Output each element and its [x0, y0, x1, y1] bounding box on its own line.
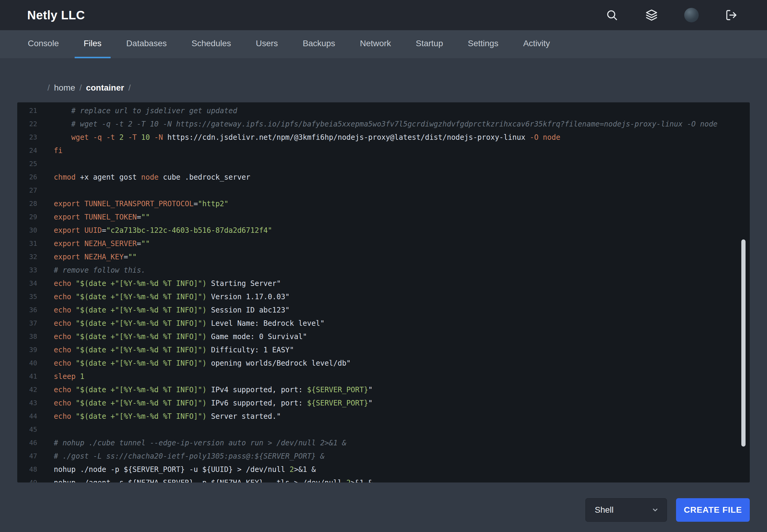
- line-number: 38: [17, 330, 37, 343]
- file-editor[interactable]: 21 # replace url to jsdeliver get update…: [17, 102, 750, 482]
- code-text: export TUNNEL_TRANSPORT_PROTOCOL="http2": [37, 197, 229, 210]
- tab-bar: ConsoleFilesDatabasesSchedulesUsersBacku…: [0, 30, 767, 58]
- line-number: 30: [17, 224, 37, 237]
- code-line[interactable]: 25: [17, 157, 750, 171]
- line-number: 41: [17, 370, 37, 383]
- tab-console[interactable]: Console: [19, 30, 68, 58]
- footer-controls: Shell CREATE FILE: [17, 498, 750, 522]
- code-text: # ./gost -L ss://chacha20-ietf-poly1305:…: [37, 450, 325, 463]
- user-avatar[interactable]: [684, 8, 699, 22]
- code-line[interactable]: 40echo "$(date +"[%Y-%m-%d %T INFO]") op…: [17, 357, 750, 370]
- code-text: chmod +x agent gost node cube .bedrock_s…: [37, 171, 250, 184]
- breadcrumb-separator: /: [128, 83, 131, 93]
- code-line[interactable]: 48nohup ./node -p ${SERVER_PORT} -u ${UU…: [17, 463, 750, 476]
- code-text: fi: [37, 144, 63, 157]
- editor-scrollbar[interactable]: [741, 239, 746, 447]
- line-number: 49: [17, 476, 37, 482]
- code-text: export TUNNEL_TOKEN="": [37, 210, 150, 224]
- line-number: 36: [17, 303, 37, 317]
- line-number: 47: [17, 450, 37, 463]
- code-line[interactable]: 41sleep 1: [17, 370, 750, 383]
- tab-backups[interactable]: Backups: [294, 30, 344, 58]
- code-line[interactable]: 46# nohup ./cube tunnel --edge-ip-versio…: [17, 436, 750, 450]
- code-text: nohup ./node -p ${SERVER_PORT} -u ${UUID…: [37, 463, 316, 476]
- line-number: 39: [17, 343, 37, 357]
- line-number: 40: [17, 357, 37, 370]
- code-line[interactable]: 36echo "$(date +"[%Y-%m-%d %T INFO]") Se…: [17, 303, 750, 317]
- code-text: # remove follow this.: [37, 264, 145, 277]
- code-line[interactable]: 28export TUNNEL_TRANSPORT_PROTOCOL="http…: [17, 197, 750, 210]
- code-line[interactable]: 21 # replace url to jsdeliver get update…: [17, 104, 750, 117]
- line-number: 22: [17, 117, 37, 131]
- tab-settings[interactable]: Settings: [459, 30, 507, 58]
- code-line[interactable]: 31export NEZHA_SERVER="": [17, 237, 750, 250]
- code-line[interactable]: 44echo "$(date +"[%Y-%m-%d %T INFO]") Se…: [17, 410, 750, 423]
- breadcrumb-separator: /: [47, 83, 50, 93]
- tab-network[interactable]: Network: [351, 30, 400, 58]
- code-line[interactable]: 27: [17, 184, 750, 197]
- breadcrumb: /home/container/: [47, 83, 767, 93]
- line-number: 32: [17, 250, 37, 264]
- line-number: 44: [17, 410, 37, 423]
- code-line[interactable]: 29export TUNNEL_TOKEN="": [17, 210, 750, 224]
- layers-icon[interactable]: [645, 8, 659, 22]
- code-text: echo "$(date +"[%Y-%m-%d %T INFO]") Star…: [37, 277, 281, 290]
- code-text: echo "$(date +"[%Y-%m-%d %T INFO]") IPv4…: [37, 383, 373, 396]
- logout-icon[interactable]: [724, 8, 738, 22]
- code-text: # wget -q -t 2 -T 10 -N https://gateway.…: [37, 117, 717, 131]
- chevron-down-icon: [652, 506, 659, 514]
- line-number: 45: [17, 423, 37, 436]
- line-number: 34: [17, 277, 37, 290]
- line-number: 28: [17, 197, 37, 210]
- code-line[interactable]: 47# ./gost -L ss://chacha20-ietf-poly130…: [17, 450, 750, 463]
- code-line[interactable]: 49nohup ./agent -s ${NEZHA_SERVER} -p ${…: [17, 476, 750, 482]
- editor-lines: 21 # replace url to jsdeliver get update…: [17, 104, 750, 482]
- code-line[interactable]: 39echo "$(date +"[%Y-%m-%d %T INFO]") Di…: [17, 343, 750, 357]
- code-text: echo "$(date +"[%Y-%m-%d %T INFO]") Leve…: [37, 317, 325, 330]
- code-line[interactable]: 30export UUID="c2a713bc-122c-4603-b516-8…: [17, 224, 750, 237]
- code-line[interactable]: 32export NEZHA_KEY="": [17, 250, 750, 264]
- create-file-button[interactable]: CREATE FILE: [676, 498, 750, 522]
- file-type-select-value: Shell: [595, 505, 614, 515]
- code-text: [37, 184, 54, 197]
- code-line[interactable]: 23 wget -q -t 2 -T 10 -N https://cdn.jsd…: [17, 131, 750, 144]
- line-number: 27: [17, 184, 37, 197]
- line-number: 23: [17, 131, 37, 144]
- tab-databases[interactable]: Databases: [117, 30, 176, 58]
- code-line[interactable]: 38echo "$(date +"[%Y-%m-%d %T INFO]") Ga…: [17, 330, 750, 343]
- tab-files[interactable]: Files: [75, 30, 111, 58]
- tab-users[interactable]: Users: [247, 30, 287, 58]
- tab-schedules[interactable]: Schedules: [182, 30, 240, 58]
- code-line[interactable]: 24fi: [17, 144, 750, 157]
- code-text: # replace url to jsdeliver get updated: [37, 104, 237, 117]
- code-line[interactable]: 45: [17, 423, 750, 436]
- code-line[interactable]: 34echo "$(date +"[%Y-%m-%d %T INFO]") St…: [17, 277, 750, 290]
- code-line[interactable]: 33# remove follow this.: [17, 264, 750, 277]
- line-number: 26: [17, 171, 37, 184]
- line-number: 24: [17, 144, 37, 157]
- code-text: # nohup ./cube tunnel --edge-ip-version …: [37, 436, 346, 450]
- brand-title: Netly LLC: [27, 8, 85, 22]
- breadcrumb-item-home[interactable]: home: [54, 83, 75, 93]
- code-text: echo "$(date +"[%Y-%m-%d %T INFO]") open…: [37, 357, 351, 370]
- code-line[interactable]: 26chmod +x agent gost node cube .bedrock…: [17, 171, 750, 184]
- code-text: export UUID="c2a713bc-122c-4603-b516-87d…: [37, 224, 272, 237]
- breadcrumb-separator: /: [79, 83, 82, 93]
- code-text: sleep 1: [37, 370, 84, 383]
- line-number: 21: [17, 104, 37, 117]
- code-text: [37, 423, 54, 436]
- code-line[interactable]: 42echo "$(date +"[%Y-%m-%d %T INFO]") IP…: [17, 383, 750, 396]
- code-line[interactable]: 22 # wget -q -t 2 -T 10 -N https://gatew…: [17, 117, 750, 131]
- search-icon[interactable]: [605, 8, 619, 22]
- line-number: 48: [17, 463, 37, 476]
- file-type-select[interactable]: Shell: [586, 498, 667, 522]
- code-line[interactable]: 37echo "$(date +"[%Y-%m-%d %T INFO]") Le…: [17, 317, 750, 330]
- code-line[interactable]: 43echo "$(date +"[%Y-%m-%d %T INFO]") IP…: [17, 396, 750, 410]
- code-line[interactable]: 35echo "$(date +"[%Y-%m-%d %T INFO]") Ve…: [17, 290, 750, 303]
- tab-startup[interactable]: Startup: [407, 30, 452, 58]
- breadcrumb-item-container[interactable]: container: [86, 83, 124, 93]
- code-text: echo "$(date +"[%Y-%m-%d %T INFO]") IPv6…: [37, 396, 373, 410]
- line-number: 42: [17, 383, 37, 396]
- tab-activity[interactable]: Activity: [514, 30, 559, 58]
- line-number: 37: [17, 317, 37, 330]
